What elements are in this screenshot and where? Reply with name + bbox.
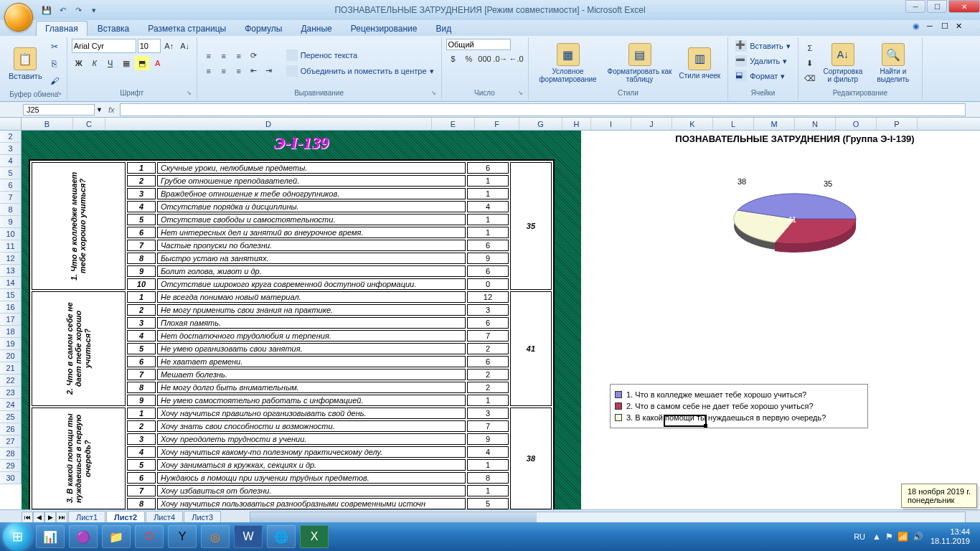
row-header[interactable]: 2 xyxy=(0,131,22,143)
sheet-nav-next-icon[interactable]: ▶ xyxy=(44,512,56,523)
language-indicator[interactable]: RU xyxy=(854,532,865,541)
align-middle-icon[interactable]: ≡ xyxy=(217,49,231,63)
inc-decimal-icon[interactable]: .0→ xyxy=(494,52,508,66)
column-header[interactable]: K xyxy=(672,118,713,130)
column-header[interactable]: B xyxy=(22,118,73,130)
save-icon[interactable]: 💾 xyxy=(40,4,53,17)
align-bottom-icon[interactable]: ≡ xyxy=(232,49,246,63)
dec-decimal-icon[interactable]: ←.0 xyxy=(509,52,524,66)
column-header[interactable]: E xyxy=(432,118,475,130)
taskbar-app[interactable]: 📊 xyxy=(36,525,65,548)
row-header[interactable]: 27 xyxy=(0,435,22,448)
row-header[interactable]: 3 xyxy=(0,143,22,155)
network-icon[interactable]: 📶 xyxy=(897,532,908,542)
font-size-select[interactable] xyxy=(138,39,161,53)
tab-insert[interactable]: Вставка xyxy=(89,22,138,36)
name-box[interactable] xyxy=(23,104,95,116)
column-header[interactable]: D xyxy=(105,118,432,130)
row-header[interactable]: 8 xyxy=(0,204,22,216)
percent-icon[interactable]: % xyxy=(462,52,476,66)
office-button[interactable] xyxy=(4,3,33,32)
taskbar-app[interactable]: ◎ xyxy=(201,525,230,548)
font-name-select[interactable] xyxy=(72,39,136,53)
redo-icon[interactable]: ↷ xyxy=(72,4,85,17)
tab-review[interactable]: Рецензирование xyxy=(342,22,426,36)
shrink-font-icon[interactable]: A↓ xyxy=(178,39,192,53)
row-header[interactable]: 25 xyxy=(0,411,22,423)
tab-page-layout[interactable]: Разметка страницы xyxy=(139,22,235,36)
tab-data[interactable]: Данные xyxy=(292,22,340,36)
row-header[interactable]: 5 xyxy=(0,167,22,179)
row-header[interactable]: 10 xyxy=(0,228,22,240)
taskbar-app[interactable]: 🟣 xyxy=(69,525,98,548)
row-header[interactable]: 19 xyxy=(0,338,22,350)
sheet-nav-prev-icon[interactable]: ◀ xyxy=(33,512,44,523)
taskbar-app[interactable]: X xyxy=(300,525,329,548)
select-all-corner[interactable] xyxy=(0,118,22,130)
taskbar-app[interactable]: Y xyxy=(168,525,197,548)
paste-button[interactable]: 📋 Вставить xyxy=(6,46,45,82)
sheet-nav-last-icon[interactable]: ⏭ xyxy=(56,512,67,523)
row-header[interactable]: 18 xyxy=(0,326,22,338)
row-header[interactable]: 12 xyxy=(0,253,22,265)
row-header[interactable]: 16 xyxy=(0,301,22,314)
qat-more-icon[interactable]: ▾ xyxy=(88,4,100,17)
wrap-text-button[interactable]: Перенос текста xyxy=(283,48,437,62)
sheet-tab[interactable]: Лист2 xyxy=(106,511,145,524)
sheet-tab[interactable]: Лист3 xyxy=(184,511,221,524)
bold-button[interactable]: Ж xyxy=(72,56,86,70)
number-format-select[interactable] xyxy=(446,39,511,50)
column-header[interactable]: O xyxy=(836,118,877,130)
currency-icon[interactable]: $ xyxy=(446,52,461,66)
start-button[interactable]: ⊞ xyxy=(3,522,32,551)
row-header[interactable]: 17 xyxy=(0,314,22,326)
indent-inc-icon[interactable]: ⇥ xyxy=(262,64,276,78)
delete-cells-button[interactable]: ➖Удалить ▾ xyxy=(732,54,793,68)
column-header[interactable]: G xyxy=(519,118,562,130)
row-header[interactable]: 26 xyxy=(0,423,22,435)
minimize-ribbon-icon[interactable]: ─ xyxy=(927,22,937,32)
find-select-button[interactable]: 🔍Найти и выделить xyxy=(869,42,918,85)
font-color-icon[interactable]: A xyxy=(151,56,165,70)
dialog-launcher-icon[interactable]: ↘ xyxy=(431,90,440,98)
close-workbook-icon[interactable]: ✕ xyxy=(956,22,966,32)
row-header[interactable]: 30 xyxy=(0,472,22,484)
tab-home[interactable]: Главная xyxy=(36,21,88,36)
grow-font-icon[interactable]: A↑ xyxy=(162,39,176,53)
column-header[interactable]: C xyxy=(73,118,105,130)
autosum-icon[interactable]: Σ xyxy=(803,41,817,55)
name-box-dropdown-icon[interactable]: ▼ xyxy=(96,106,103,113)
merge-center-button[interactable]: Объединить и поместить в центре ▾ xyxy=(283,64,437,78)
row-header[interactable]: 14 xyxy=(0,277,22,289)
sheet-tab[interactable]: Лист4 xyxy=(146,511,183,524)
row-header[interactable]: 6 xyxy=(0,179,22,192)
taskbar-app[interactable]: 📁 xyxy=(102,525,131,548)
row-header[interactable]: 22 xyxy=(0,375,22,387)
worksheet-grid[interactable]: BCDEFGHIJKLMNOP 234567891011121314151617… xyxy=(0,118,980,509)
column-header[interactable]: P xyxy=(877,118,918,130)
align-right-icon[interactable]: ≡ xyxy=(232,64,246,78)
row-header[interactable]: 28 xyxy=(0,448,22,460)
comma-icon[interactable]: 000 xyxy=(478,52,492,66)
insert-cells-button[interactable]: ➕Вставить ▾ xyxy=(732,39,793,53)
column-header[interactable]: M xyxy=(754,118,795,130)
dialog-launcher-icon[interactable]: ↘ xyxy=(518,90,527,98)
sheet-tab[interactable]: Лист1 xyxy=(68,511,105,524)
volume-icon[interactable]: 🔊 xyxy=(913,532,923,542)
column-header[interactable]: I xyxy=(591,118,631,130)
italic-button[interactable]: К xyxy=(88,56,102,70)
restore-window-icon[interactable]: ☐ xyxy=(941,22,951,32)
flag-icon[interactable]: ⚑ xyxy=(885,532,893,542)
row-header[interactable]: 23 xyxy=(0,387,22,399)
row-header[interactable]: 13 xyxy=(0,265,22,277)
tray-icon[interactable]: ▲ xyxy=(872,532,881,542)
column-header[interactable]: F xyxy=(475,118,519,130)
maximize-button[interactable]: ☐ xyxy=(927,0,947,13)
dialog-launcher-icon[interactable]: ↘ xyxy=(57,90,65,98)
conditional-formatting-button[interactable]: ▦Условное форматирование xyxy=(533,42,603,85)
taskbar-app[interactable]: W xyxy=(234,525,263,548)
fill-color-icon[interactable]: ⬒ xyxy=(135,56,149,70)
cut-icon[interactable]: ✂ xyxy=(47,39,62,55)
column-header[interactable]: N xyxy=(795,118,836,130)
row-header[interactable]: 29 xyxy=(0,460,22,472)
